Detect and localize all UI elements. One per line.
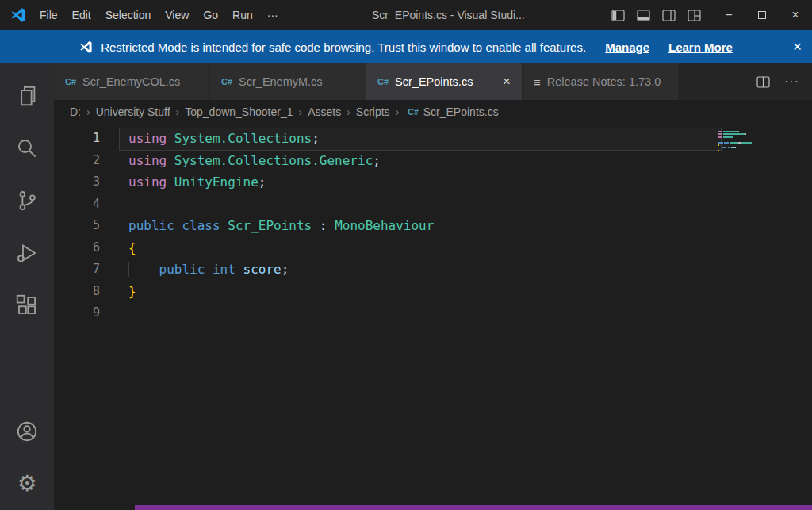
- toggle-primary-sidebar-icon[interactable]: [611, 10, 625, 21]
- code-editor[interactable]: 1using System.Collections;2using System.…: [54, 124, 812, 510]
- line-number: 2: [54, 150, 100, 172]
- tab-scr-enemym-cs[interactable]: C#Scr_EnemyM.cs: [210, 63, 366, 100]
- learn-more-link[interactable]: Learn More: [668, 40, 733, 54]
- status-bar: [135, 505, 812, 510]
- line-number: 1: [54, 128, 100, 150]
- tab-bar: C#Scr_EnemyCOL.csC#Scr_EnemyM.csC#Scr_EP…: [54, 63, 812, 100]
- line-number: 7: [54, 259, 100, 281]
- window-controls: − ×: [712, 0, 812, 30]
- code-text: using UnityEngine;: [100, 171, 266, 194]
- menu-view[interactable]: View: [158, 0, 196, 30]
- code-text: {: [100, 237, 136, 259]
- accounts-icon[interactable]: [0, 405, 54, 458]
- toggle-panel-icon[interactable]: [637, 10, 650, 21]
- run-and-debug-icon[interactable]: [0, 227, 54, 279]
- maximize-button[interactable]: [745, 0, 779, 30]
- menu-edit[interactable]: Edit: [65, 0, 98, 30]
- tab-label: Scr_EnemyM.cs: [239, 75, 323, 88]
- activity-bar: ⚙: [0, 63, 54, 510]
- code-text: [100, 302, 128, 324]
- breadcrumb-separator: ›: [392, 105, 404, 118]
- menu-run[interactable]: Run: [225, 0, 260, 30]
- banner-close-icon[interactable]: ×: [793, 30, 802, 63]
- toggle-secondary-sidebar-icon[interactable]: [662, 10, 676, 21]
- main-area: ⚙ C#Scr_EnemyCOL.csC#Scr_EnemyM.csC#Scr_…: [0, 63, 812, 510]
- release-notes-icon: ≡: [534, 75, 541, 89]
- window-title: Scr_EPoints.cs - Visual Studi...: [285, 9, 611, 21]
- code-line: 2using System.Collections.Generic;: [54, 150, 812, 172]
- code-line: 4: [54, 194, 812, 216]
- breadcrumb-item[interactable]: Scripts: [354, 105, 392, 118]
- minimap-line: [718, 139, 798, 140]
- menu-go[interactable]: Go: [196, 0, 225, 30]
- minimap[interactable]: [718, 131, 798, 155]
- minimap-line: [718, 133, 798, 135]
- minimize-button[interactable]: −: [712, 0, 745, 30]
- breadcrumb-separator: ›: [294, 105, 306, 118]
- code-lines: 1using System.Collections;2using System.…: [54, 128, 812, 324]
- tab-scr-epoints-cs[interactable]: C#Scr_EPoints.cs×: [366, 63, 522, 100]
- breadcrumb-item[interactable]: D:: [68, 105, 82, 118]
- more-actions-icon[interactable]: ···: [784, 75, 799, 89]
- tab-label: Scr_EPoints.cs: [395, 75, 473, 88]
- tab-label: Scr_EnemyCOL.cs: [82, 75, 180, 88]
- csharp-file-icon: C#: [65, 77, 76, 86]
- minimap-line: [718, 150, 798, 151]
- explorer-icon[interactable]: [0, 70, 54, 122]
- restricted-mode-banner: Restricted Mode is intended for safe cod…: [0, 30, 812, 63]
- breadcrumb-item[interactable]: University Stuff: [94, 105, 172, 118]
- title-bar: FileEditSelectionViewGoRun··· Scr_EPoint…: [0, 0, 812, 30]
- line-number: 8: [54, 281, 100, 303]
- tab-release-notes-1-73-0[interactable]: ≡Release Notes: 1.73.0: [523, 63, 678, 100]
- minimap-line: [718, 136, 798, 138]
- csharp-file-icon: C#: [408, 107, 418, 117]
- close-tab-icon[interactable]: ×: [493, 74, 511, 90]
- customize-layout-icon[interactable]: [688, 10, 701, 21]
- code-text: }: [100, 281, 136, 303]
- code-text: public int score;: [100, 259, 289, 281]
- breadcrumb-separator: ›: [172, 105, 184, 118]
- menu-bar: FileEditSelectionViewGoRun···: [33, 0, 285, 30]
- breadcrumb-item[interactable]: Top_down_Shooter_1: [183, 105, 294, 118]
- breadcrumb-item[interactable]: Scr_EPoints.cs: [422, 105, 500, 118]
- breadcrumb-separator: ›: [82, 105, 94, 118]
- search-icon[interactable]: [0, 122, 54, 174]
- line-number: 4: [54, 194, 100, 216]
- code-line: 1using System.Collections;: [54, 128, 812, 150]
- line-number: 5: [54, 215, 100, 237]
- code-line: 7 public int score;: [54, 259, 812, 281]
- minimap-line: [718, 131, 798, 132]
- split-editor-icon[interactable]: [756, 76, 770, 88]
- close-window-button[interactable]: ×: [779, 0, 812, 30]
- settings-gear-icon[interactable]: ⚙: [0, 458, 54, 510]
- line-number: 9: [54, 302, 100, 324]
- tab-scr-enemycol-cs[interactable]: C#Scr_EnemyCOL.cs: [54, 63, 209, 100]
- editor-actions: ···: [744, 63, 812, 100]
- source-control-icon[interactable]: [0, 174, 54, 227]
- minimap-line: [718, 147, 798, 148]
- tab-label: Release Notes: 1.73.0: [547, 75, 661, 88]
- code-text: [100, 194, 128, 216]
- editor-area: C#Scr_EnemyCOL.csC#Scr_EnemyM.csC#Scr_EP…: [54, 63, 812, 510]
- menu-more[interactable]: ···: [260, 0, 285, 30]
- breadcrumb: D:›University Stuff›Top_down_Shooter_1›A…: [54, 100, 812, 124]
- minimap-line: [718, 144, 798, 146]
- csharp-file-icon: C#: [377, 77, 389, 86]
- layout-controls: [611, 10, 701, 21]
- line-number: 3: [54, 171, 100, 194]
- code-line: 9: [54, 302, 812, 324]
- extensions-icon[interactable]: [0, 279, 54, 332]
- code-line: 6{: [54, 237, 812, 259]
- maximize-icon: [758, 11, 766, 19]
- code-line: 3using UnityEngine;: [54, 171, 812, 194]
- menu-file[interactable]: File: [33, 0, 65, 30]
- menu-selection[interactable]: Selection: [98, 0, 159, 30]
- code-line: 8}: [54, 281, 812, 303]
- manage-link[interactable]: Manage: [605, 40, 649, 54]
- code-text: using System.Collections;: [100, 128, 320, 150]
- breadcrumb-item[interactable]: Assets: [306, 105, 343, 118]
- vscode-logo-icon: [10, 7, 26, 23]
- minimap-line: [718, 142, 798, 144]
- line-number: 6: [54, 237, 100, 259]
- code-text: using System.Collections.Generic;: [100, 150, 381, 172]
